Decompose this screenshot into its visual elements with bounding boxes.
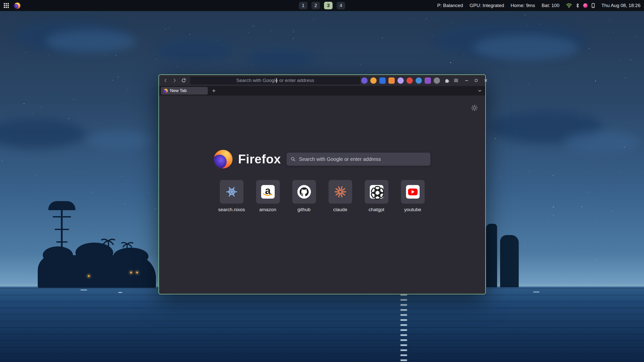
extensions-puzzle-icon[interactable] (443, 76, 451, 84)
hut-light (136, 272, 138, 273)
star (630, 59, 631, 60)
workspace-4[interactable]: 4 (337, 2, 345, 9)
shortcut-label: amazon (259, 207, 276, 212)
back-button[interactable] (162, 76, 170, 84)
shortcut-claude[interactable]: claude (326, 180, 355, 212)
hut-light (88, 275, 90, 277)
star (141, 36, 141, 37)
shortcut-label: youtube (404, 207, 421, 212)
workspace-1[interactable]: 1 (299, 2, 307, 9)
sea-stack (500, 235, 519, 287)
star (293, 38, 294, 39)
star (453, 22, 453, 23)
star (68, 118, 69, 119)
star (36, 175, 36, 176)
firefox-wordmark: Firefox (238, 152, 281, 166)
star (612, 211, 612, 211)
newtab-search-box[interactable] (287, 153, 430, 166)
star (553, 207, 554, 207)
star (74, 99, 74, 100)
extension-icon-9[interactable] (434, 77, 440, 84)
bluetooth-icon[interactable] (576, 3, 579, 8)
new-tab-button[interactable]: + (210, 87, 217, 94)
star (32, 114, 32, 114)
firefox-logo (214, 150, 232, 168)
extension-icon-7[interactable] (416, 77, 422, 84)
extension-icon-6[interactable] (407, 77, 413, 84)
sea-stack (486, 224, 497, 287)
star (525, 245, 526, 246)
maximize-button[interactable] (472, 76, 480, 84)
menu-hamburger-icon[interactable] (452, 76, 460, 84)
workspace-3-active[interactable]: 3 (324, 2, 333, 9)
shortcut-label: chatgpt (369, 207, 384, 212)
star (577, 231, 578, 231)
search-icon (291, 157, 296, 162)
home-latency-module: Home: 9ms (511, 3, 535, 8)
extension-icon-8[interactable] (425, 77, 431, 84)
address-bar-input[interactable] (190, 76, 360, 85)
star (587, 192, 587, 192)
amazon-logo-icon: a (261, 185, 275, 199)
shortcut-amazon[interactable]: a amazon (253, 180, 283, 212)
star (118, 77, 118, 77)
tab-new-tab[interactable]: New Tab (161, 87, 208, 95)
shortcut-search-nixos[interactable]: search.nixos (217, 180, 247, 212)
palm-tree-icon (101, 236, 116, 254)
window-controls (463, 76, 490, 84)
shortcut-github[interactable]: github (289, 180, 319, 212)
newtab-search-input[interactable] (299, 156, 426, 162)
reload-button[interactable] (180, 76, 188, 84)
cloud (88, 131, 153, 151)
star (112, 80, 113, 80)
extension-icon-3[interactable] (379, 77, 386, 84)
star (2, 161, 2, 161)
apps-grid-icon[interactable] (4, 3, 9, 8)
list-all-tabs-chevron-icon[interactable] (476, 87, 483, 94)
star (24, 103, 24, 104)
ocean-waves (0, 288, 644, 362)
star (148, 193, 149, 193)
star (165, 29, 166, 29)
top-bar: 1 2 3 4 P: Balanced GPU: Integrated Home… (0, 0, 644, 11)
wifi-icon[interactable] (566, 3, 572, 8)
star (636, 36, 636, 37)
extension-icon-1[interactable] (361, 77, 368, 84)
minimize-button[interactable] (463, 76, 471, 84)
star (3, 50, 3, 51)
device-icon[interactable] (591, 3, 595, 8)
magenta-indicator-icon[interactable] (583, 3, 588, 8)
firefox-icon[interactable] (14, 3, 20, 9)
star (249, 32, 249, 33)
extension-icon-2[interactable] (370, 77, 377, 84)
island-silhouette (38, 201, 169, 288)
workspace-2[interactable]: 2 (311, 2, 320, 9)
close-button[interactable] (482, 76, 490, 84)
star (41, 107, 41, 107)
shortcut-youtube[interactable]: youtube (398, 180, 428, 212)
tab-bar: New Tab + (159, 86, 485, 96)
nixos-snowflake-icon (225, 185, 238, 198)
cloud (473, 35, 579, 60)
newtab-settings-gear-icon[interactable] (471, 104, 478, 112)
star (190, 34, 190, 35)
extension-icon-5[interactable] (397, 77, 404, 84)
star (413, 19, 413, 20)
star (120, 104, 121, 104)
github-octocat-icon (297, 185, 311, 199)
star (104, 56, 105, 56)
forward-button[interactable] (171, 76, 179, 84)
star (528, 83, 529, 84)
star (581, 206, 582, 207)
star (613, 32, 614, 33)
clock-module[interactable]: Thu Aug 08, 18:26 (601, 3, 640, 8)
shortcut-tiles: search.nixos a amazon (159, 180, 485, 212)
shortcut-label: search.nixos (218, 207, 245, 212)
firefox-window: New Tab + Firefox (158, 74, 486, 294)
shortcut-label: claude (333, 207, 347, 212)
address-bar[interactable] (190, 76, 360, 84)
star (589, 48, 589, 49)
extension-toolbar (361, 77, 440, 84)
shortcut-chatgpt[interactable]: chatgpt (362, 180, 391, 212)
extension-icon-4[interactable] (388, 77, 395, 84)
